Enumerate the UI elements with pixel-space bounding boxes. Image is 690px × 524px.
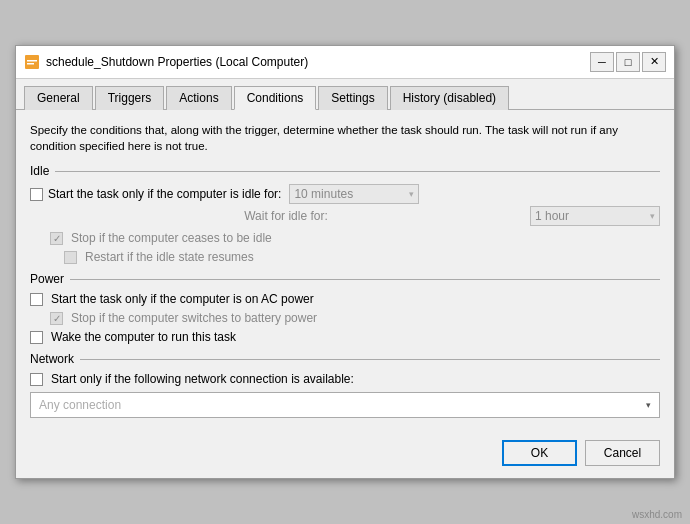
network-section-label: Network: [30, 352, 74, 366]
wait-for-arrow: ▾: [650, 211, 655, 221]
wake-label: Wake the computer to run this task: [51, 330, 236, 344]
idle-for-value: 10 minutes: [294, 187, 353, 201]
network-connection-dropdown[interactable]: Any connection ▾: [30, 392, 660, 418]
watermark: wsxhd.com: [632, 509, 682, 520]
svg-rect-2: [27, 63, 34, 65]
restart-idle-label: Restart if the idle state resumes: [85, 250, 254, 264]
title-bar-left: schedule_Shutdown Properties (Local Comp…: [24, 54, 308, 70]
wake-row: Wake the computer to run this task: [30, 330, 660, 344]
idle-for-arrow: ▾: [409, 189, 414, 199]
ok-button[interactable]: OK: [502, 440, 577, 466]
power-divider: [70, 279, 660, 280]
close-button[interactable]: ✕: [642, 52, 666, 72]
wake-checkbox[interactable]: [30, 331, 43, 344]
start-network-row: Start only if the following network conn…: [30, 372, 660, 386]
idle-section-label: Idle: [30, 164, 49, 178]
restart-idle-row: Restart if the idle state resumes: [64, 250, 660, 264]
tab-actions[interactable]: Actions: [166, 86, 231, 110]
wait-for-label: Wait for idle for:: [50, 209, 522, 223]
start-ac-checkbox[interactable]: [30, 293, 43, 306]
tab-settings[interactable]: Settings: [318, 86, 387, 110]
tab-general[interactable]: General: [24, 86, 93, 110]
stop-idle-label: Stop if the computer ceases to be idle: [71, 231, 272, 245]
network-divider: [80, 359, 660, 360]
idle-for-dropdown: 10 minutes ▾: [289, 184, 419, 204]
footer: OK Cancel: [16, 430, 674, 478]
stop-battery-label: Stop if the computer switches to battery…: [71, 311, 317, 325]
start-network-label: Start only if the following network conn…: [51, 372, 354, 386]
tab-bar: General Triggers Actions Conditions Sett…: [16, 79, 674, 110]
main-window: schedule_Shutdown Properties (Local Comp…: [15, 45, 675, 479]
start-idle-checkbox[interactable]: [30, 188, 43, 201]
power-section-header: Power: [30, 272, 660, 286]
svg-rect-0: [25, 55, 39, 69]
stop-idle-row: Stop if the computer ceases to be idle: [50, 231, 660, 245]
wait-for-value: 1 hour: [535, 209, 569, 223]
start-network-checkbox[interactable]: [30, 373, 43, 386]
window-title: schedule_Shutdown Properties (Local Comp…: [46, 55, 308, 69]
start-idle-checkbox-container[interactable]: Start the task only if the computer is i…: [30, 187, 281, 201]
tab-triggers[interactable]: Triggers: [95, 86, 165, 110]
stop-battery-row: Stop if the computer switches to battery…: [50, 311, 660, 325]
tab-conditions[interactable]: Conditions: [234, 86, 317, 110]
title-bar-buttons: ─ □ ✕: [590, 52, 666, 72]
wait-for-row: Wait for idle for: 1 hour ▾: [50, 206, 660, 226]
network-dropdown-arrow: ▾: [646, 400, 651, 410]
start-idle-label: Start the task only if the computer is i…: [48, 187, 281, 201]
minimize-button[interactable]: ─: [590, 52, 614, 72]
tab-history[interactable]: History (disabled): [390, 86, 509, 110]
description-text: Specify the conditions that, along with …: [30, 122, 660, 154]
stop-idle-checkbox[interactable]: [50, 232, 63, 245]
idle-section-header: Idle: [30, 164, 660, 178]
network-connection-value: Any connection: [39, 398, 121, 412]
power-section-label: Power: [30, 272, 64, 286]
start-ac-row: Start the task only if the computer is o…: [30, 292, 660, 306]
start-ac-label: Start the task only if the computer is o…: [51, 292, 314, 306]
maximize-button[interactable]: □: [616, 52, 640, 72]
idle-divider: [55, 171, 660, 172]
title-bar: schedule_Shutdown Properties (Local Comp…: [16, 46, 674, 79]
wait-for-dropdown: 1 hour ▾: [530, 206, 660, 226]
window-icon: [24, 54, 40, 70]
idle-start-row: Start the task only if the computer is i…: [30, 184, 660, 204]
stop-battery-checkbox[interactable]: [50, 312, 63, 325]
cancel-button[interactable]: Cancel: [585, 440, 660, 466]
restart-idle-checkbox[interactable]: [64, 251, 77, 264]
svg-rect-1: [27, 60, 37, 62]
content-area: Specify the conditions that, along with …: [16, 110, 674, 430]
network-section-header: Network: [30, 352, 660, 366]
